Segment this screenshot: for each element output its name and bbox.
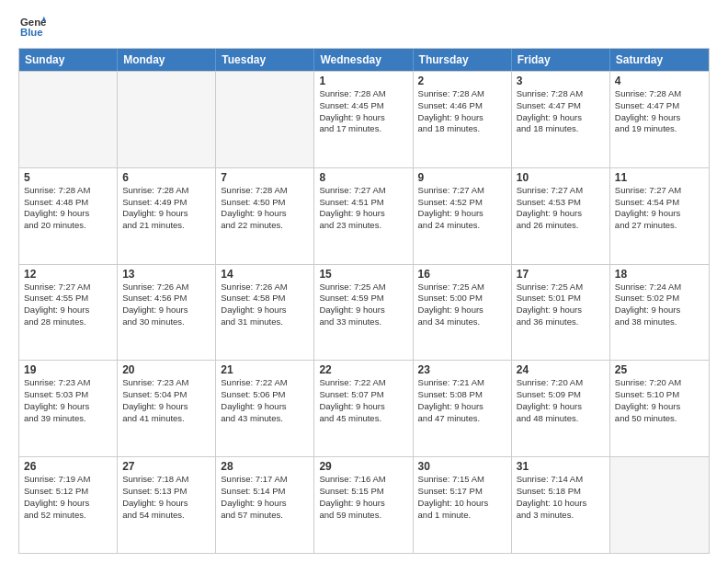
cell-info: Sunrise: 7:19 AM Sunset: 5:12 PM Dayligh… [24,474,112,521]
page-header: General Blue [18,15,710,40]
cell-info: Sunrise: 7:28 AM Sunset: 4:46 PM Dayligh… [418,88,506,135]
cell-info: Sunrise: 7:14 AM Sunset: 5:18 PM Dayligh… [517,474,605,521]
header-cell-friday: Friday [512,49,610,71]
cal-cell: 8Sunrise: 7:27 AM Sunset: 4:51 PM Daylig… [314,168,413,264]
cal-cell: 29Sunrise: 7:16 AM Sunset: 5:15 PM Dayli… [314,457,413,553]
cell-info: Sunrise: 7:28 AM Sunset: 4:49 PM Dayligh… [122,185,210,232]
cell-info: Sunrise: 7:23 AM Sunset: 5:04 PM Dayligh… [122,377,210,424]
day-number: 25 [615,363,704,376]
cell-info: Sunrise: 7:24 AM Sunset: 5:02 PM Dayligh… [615,282,704,328]
calendar-page: General Blue SundayMondayTuesdayWednesda… [0,0,728,563]
cal-cell: 11Sunrise: 7:27 AM Sunset: 4:54 PM Dayli… [610,168,709,264]
day-number: 22 [319,363,407,376]
day-number: 9 [418,171,506,184]
calendar: SundayMondayTuesdayWednesdayThursdayFrid… [18,48,710,554]
cell-info: Sunrise: 7:27 AM Sunset: 4:53 PM Dayligh… [517,185,605,232]
day-number: 26 [24,460,112,473]
header-cell-thursday: Thursday [414,49,512,71]
day-number: 18 [615,268,704,281]
day-number: 3 [517,75,605,87]
cal-cell: 25Sunrise: 7:20 AM Sunset: 5:10 PM Dayli… [610,361,709,456]
cell-info: Sunrise: 7:28 AM Sunset: 4:45 PM Dayligh… [319,88,407,135]
cal-cell: 26Sunrise: 7:19 AM Sunset: 5:12 PM Dayli… [19,457,118,553]
svg-text:Blue: Blue [20,27,43,38]
cal-cell: 12Sunrise: 7:27 AM Sunset: 4:55 PM Dayli… [19,265,118,361]
cell-info: Sunrise: 7:15 AM Sunset: 5:17 PM Dayligh… [418,474,506,521]
day-number: 1 [319,75,407,87]
cell-info: Sunrise: 7:25 AM Sunset: 5:00 PM Dayligh… [418,282,506,328]
day-number: 7 [221,171,309,184]
day-number: 30 [418,460,506,473]
day-number: 19 [24,363,112,376]
cell-info: Sunrise: 7:28 AM Sunset: 4:48 PM Dayligh… [24,185,112,232]
cal-cell: 5Sunrise: 7:28 AM Sunset: 4:48 PM Daylig… [19,168,118,264]
cal-cell: 23Sunrise: 7:21 AM Sunset: 5:08 PM Dayli… [414,361,512,456]
week-row-4: 19Sunrise: 7:23 AM Sunset: 5:03 PM Dayli… [19,360,709,456]
cell-info: Sunrise: 7:22 AM Sunset: 5:07 PM Dayligh… [319,377,407,424]
cal-cell: 27Sunrise: 7:18 AM Sunset: 5:13 PM Dayli… [118,457,216,553]
cal-cell: 7Sunrise: 7:28 AM Sunset: 4:50 PM Daylig… [216,168,314,264]
cell-info: Sunrise: 7:17 AM Sunset: 5:14 PM Dayligh… [221,474,309,521]
cal-cell: 6Sunrise: 7:28 AM Sunset: 4:49 PM Daylig… [118,168,216,264]
week-row-3: 12Sunrise: 7:27 AM Sunset: 4:55 PM Dayli… [19,264,709,361]
cal-cell [216,72,314,167]
cal-cell: 31Sunrise: 7:14 AM Sunset: 5:18 PM Dayli… [512,457,610,553]
day-number: 29 [319,460,407,473]
day-number: 20 [122,363,210,376]
header-cell-saturday: Saturday [610,49,709,71]
day-number: 8 [319,171,407,184]
cell-info: Sunrise: 7:25 AM Sunset: 4:59 PM Dayligh… [319,282,407,328]
header-cell-tuesday: Tuesday [216,49,314,71]
logo-icon: General Blue [20,15,46,40]
cell-info: Sunrise: 7:28 AM Sunset: 4:47 PM Dayligh… [615,88,704,135]
cell-info: Sunrise: 7:26 AM Sunset: 4:58 PM Dayligh… [221,282,309,328]
cell-info: Sunrise: 7:16 AM Sunset: 5:15 PM Dayligh… [319,474,407,521]
day-number: 5 [24,171,112,184]
cell-info: Sunrise: 7:27 AM Sunset: 4:54 PM Dayligh… [615,185,704,232]
cal-cell [610,457,709,553]
week-row-5: 26Sunrise: 7:19 AM Sunset: 5:12 PM Dayli… [19,456,709,553]
day-number: 21 [221,363,309,376]
cal-cell: 19Sunrise: 7:23 AM Sunset: 5:03 PM Dayli… [19,361,118,456]
cal-cell [19,72,118,167]
day-number: 23 [418,363,506,376]
calendar-header-row: SundayMondayTuesdayWednesdayThursdayFrid… [19,49,709,71]
week-row-2: 5Sunrise: 7:28 AM Sunset: 4:48 PM Daylig… [19,167,709,264]
cal-cell: 10Sunrise: 7:27 AM Sunset: 4:53 PM Dayli… [512,168,610,264]
cell-info: Sunrise: 7:20 AM Sunset: 5:09 PM Dayligh… [517,377,605,424]
week-row-1: 1Sunrise: 7:28 AM Sunset: 4:45 PM Daylig… [19,71,709,167]
header-cell-monday: Monday [118,49,216,71]
day-number: 31 [517,460,605,473]
day-number: 27 [122,460,210,473]
day-number: 6 [122,171,210,184]
cal-cell: 17Sunrise: 7:25 AM Sunset: 5:01 PM Dayli… [512,265,610,361]
cal-cell: 28Sunrise: 7:17 AM Sunset: 5:14 PM Dayli… [216,457,314,553]
cell-info: Sunrise: 7:27 AM Sunset: 4:51 PM Dayligh… [319,185,407,232]
cell-info: Sunrise: 7:22 AM Sunset: 5:06 PM Dayligh… [221,377,309,424]
day-number: 4 [615,75,704,87]
cal-cell: 24Sunrise: 7:20 AM Sunset: 5:09 PM Dayli… [512,361,610,456]
cell-info: Sunrise: 7:18 AM Sunset: 5:13 PM Dayligh… [122,474,210,521]
cell-info: Sunrise: 7:21 AM Sunset: 5:08 PM Dayligh… [418,377,506,424]
cal-cell: 15Sunrise: 7:25 AM Sunset: 4:59 PM Dayli… [314,265,413,361]
cal-cell: 2Sunrise: 7:28 AM Sunset: 4:46 PM Daylig… [414,72,512,167]
day-number: 2 [418,75,506,87]
cell-info: Sunrise: 7:28 AM Sunset: 4:47 PM Dayligh… [517,88,605,135]
day-number: 11 [615,171,704,184]
cal-cell: 30Sunrise: 7:15 AM Sunset: 5:17 PM Dayli… [414,457,512,553]
cal-cell: 21Sunrise: 7:22 AM Sunset: 5:06 PM Dayli… [216,361,314,456]
cal-cell: 16Sunrise: 7:25 AM Sunset: 5:00 PM Dayli… [414,265,512,361]
cell-info: Sunrise: 7:26 AM Sunset: 4:56 PM Dayligh… [122,282,210,328]
cell-info: Sunrise: 7:20 AM Sunset: 5:10 PM Dayligh… [615,377,704,424]
cal-cell [118,72,216,167]
cell-info: Sunrise: 7:25 AM Sunset: 5:01 PM Dayligh… [517,282,605,328]
cal-cell: 13Sunrise: 7:26 AM Sunset: 4:56 PM Dayli… [118,265,216,361]
cell-info: Sunrise: 7:28 AM Sunset: 4:50 PM Dayligh… [221,185,309,232]
cal-cell: 9Sunrise: 7:27 AM Sunset: 4:52 PM Daylig… [414,168,512,264]
day-number: 13 [122,268,210,281]
cal-cell: 3Sunrise: 7:28 AM Sunset: 4:47 PM Daylig… [512,72,610,167]
cell-info: Sunrise: 7:27 AM Sunset: 4:52 PM Dayligh… [418,185,506,232]
day-number: 28 [221,460,309,473]
header-cell-wednesday: Wednesday [314,49,413,71]
day-number: 17 [517,268,605,281]
